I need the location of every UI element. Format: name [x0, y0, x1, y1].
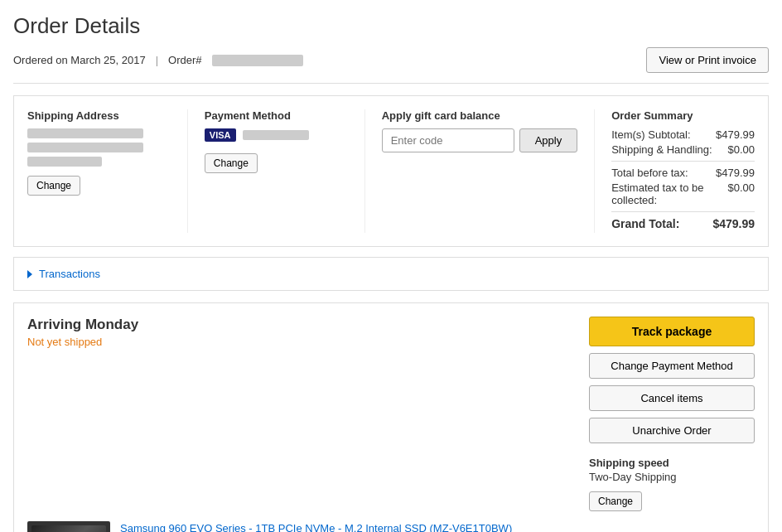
gift-code-input[interactable] [382, 128, 514, 152]
shipment-section: Arriving Monday Not yet shipped Track pa… [13, 302, 769, 532]
product-row: Samsung 960 EVO Series - 1TB PCIe NVMe -… [27, 521, 755, 532]
shipping-speed-section: Shipping speed Two-Day Shipping Change [589, 457, 755, 511]
order-summary-title: Order Summary [611, 109, 755, 122]
total-before-tax-value: $479.99 [716, 167, 755, 179]
payment-title: Payment Method [205, 109, 348, 122]
shipping-speed-label: Shipping speed [589, 457, 755, 469]
estimated-tax-row: Estimated tax to be collected: $0.00 [611, 181, 755, 206]
transactions-label: Transactions [39, 268, 100, 280]
view-invoice-button[interactable]: View or Print invoice [646, 47, 769, 73]
shipment-title: Arriving Monday [27, 317, 138, 333]
transactions-toggle[interactable]: Transactions [27, 268, 755, 280]
payment-change-button[interactable]: Change [205, 153, 258, 173]
order-meta-left: Ordered on March 25, 2017 | Order# [13, 54, 303, 66]
grand-total-label: Grand Total: [611, 217, 679, 230]
product-details: Samsung 960 EVO Series - 1TB PCIe NVMe -… [120, 521, 755, 532]
shipping-speed-value: Two-Day Shipping [589, 471, 755, 483]
address-line-2 [27, 143, 143, 152]
transactions-section: Transactions [13, 257, 769, 291]
address-line-1 [27, 128, 143, 138]
product-image [27, 521, 110, 532]
grand-total-row: Grand Total: $479.99 [611, 217, 755, 230]
payment-row: VISA [205, 128, 348, 142]
gift-card-col: Apply gift card balance Apply [382, 109, 596, 233]
shipping-col: Shipping Address Change [27, 109, 188, 233]
items-subtotal-row: Item(s) Subtotal: $479.99 [611, 128, 755, 141]
shipping-speed-change-button[interactable]: Change [589, 491, 642, 511]
summary-divider-2 [611, 211, 755, 212]
shipment-info: Arriving Monday Not yet shipped [27, 317, 138, 348]
gift-card-title: Apply gift card balance [382, 109, 578, 122]
shipping-title: Shipping Address [27, 109, 171, 122]
order-number [212, 55, 303, 66]
items-subtotal-value: $479.99 [716, 128, 755, 141]
summary-divider-1 [611, 161, 755, 162]
meta-divider: | [156, 54, 158, 66]
visa-icon: VISA [205, 128, 236, 142]
card-number [243, 130, 309, 140]
payment-col: Payment Method VISA Change [205, 109, 365, 233]
info-section: Shipping Address Change Payment Method V… [13, 95, 769, 247]
shipment-status: Not yet shipped [27, 336, 138, 348]
order-summary-col: Order Summary Item(s) Subtotal: $479.99 … [611, 109, 755, 233]
estimated-tax-label: Estimated tax to be collected: [611, 181, 727, 206]
total-before-tax-label: Total before tax: [611, 167, 688, 179]
product-image-inner [31, 525, 106, 532]
track-package-button[interactable]: Track package [589, 317, 755, 346]
estimated-tax-value: $0.00 [727, 181, 755, 206]
items-subtotal-label: Item(s) Subtotal: [611, 128, 690, 141]
product-link[interactable]: Samsung 960 EVO Series - 1TB PCIe NVMe -… [120, 522, 512, 532]
chevron-right-icon [27, 270, 32, 278]
address-line-3 [27, 157, 102, 167]
page-title: Order Details [13, 13, 769, 39]
shipping-row: Shipping & Handling: $0.00 [611, 143, 755, 156]
order-meta-bar: Ordered on March 25, 2017 | Order# View … [13, 47, 769, 84]
apply-button[interactable]: Apply [519, 128, 578, 152]
grand-total-value: $479.99 [712, 217, 755, 230]
shipping-change-button[interactable]: Change [27, 176, 80, 196]
gift-input-row: Apply [382, 128, 578, 152]
shipping-value: $0.00 [727, 143, 755, 156]
order-hash-label: Order# [168, 54, 201, 66]
cancel-items-button[interactable]: Cancel items [589, 385, 755, 411]
total-before-tax-row: Total before tax: $479.99 [611, 167, 755, 179]
change-payment-method-button[interactable]: Change Payment Method [589, 353, 755, 379]
shipment-header: Arriving Monday Not yet shipped Track pa… [27, 317, 755, 511]
shipment-actions: Track package Change Payment Method Canc… [589, 317, 755, 511]
unarchive-order-button[interactable]: Unarchive Order [589, 418, 755, 443]
shipping-label: Shipping & Handling: [611, 143, 712, 156]
order-date: Ordered on March 25, 2017 [13, 54, 146, 66]
